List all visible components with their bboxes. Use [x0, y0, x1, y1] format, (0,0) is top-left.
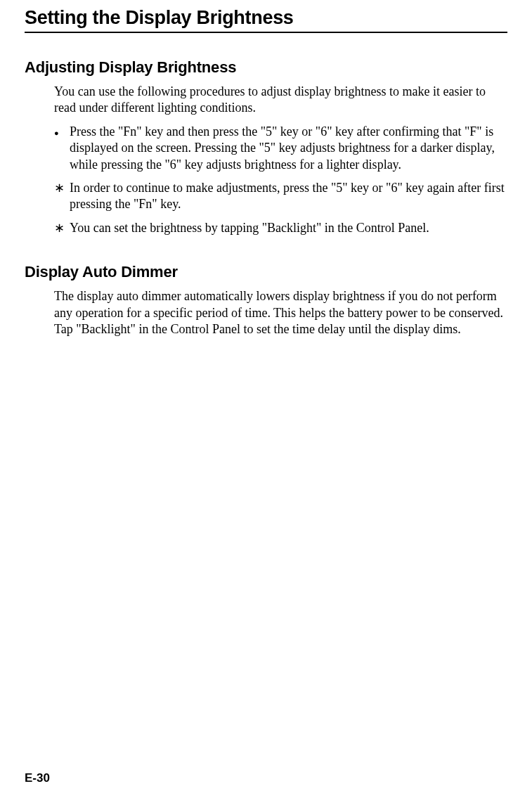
bullet-text: In order to continue to make adjustments…	[70, 180, 507, 213]
page-title: Setting the Display Brightness	[25, 7, 507, 33]
subsection-heading: Display Auto Dimmer	[25, 263, 507, 281]
bullet-text: Press the "Fn" key and then press the "5…	[70, 124, 507, 173]
bullet-item: ∗ You can set the brightness by tapping …	[54, 220, 507, 236]
asterisk-icon: ∗	[54, 180, 70, 213]
paragraph: The display auto dimmer automatically lo…	[54, 288, 507, 321]
content-block: You can use the following procedures to …	[25, 84, 507, 236]
paragraph: Tap "Backlight" in the Control Panel to …	[54, 321, 507, 337]
bullet-dot-icon: ●	[54, 124, 70, 173]
intro-paragraph: You can use the following procedures to …	[54, 84, 507, 117]
content-block: The display auto dimmer automatically lo…	[25, 288, 507, 337]
bullet-item: ● Press the "Fn" key and then press the …	[54, 124, 507, 173]
subsection-heading: Adjusting Display Brightness	[25, 58, 507, 77]
bullet-item: ∗ In order to continue to make adjustmen…	[54, 180, 507, 213]
section-auto-dimmer: Display Auto Dimmer The display auto dim…	[25, 263, 507, 337]
asterisk-icon: ∗	[54, 220, 70, 236]
bullet-text: You can set the brightness by tapping "B…	[70, 220, 507, 236]
page-number: E-30	[25, 771, 50, 785]
section-adjusting-brightness: Adjusting Display Brightness You can use…	[25, 58, 507, 236]
